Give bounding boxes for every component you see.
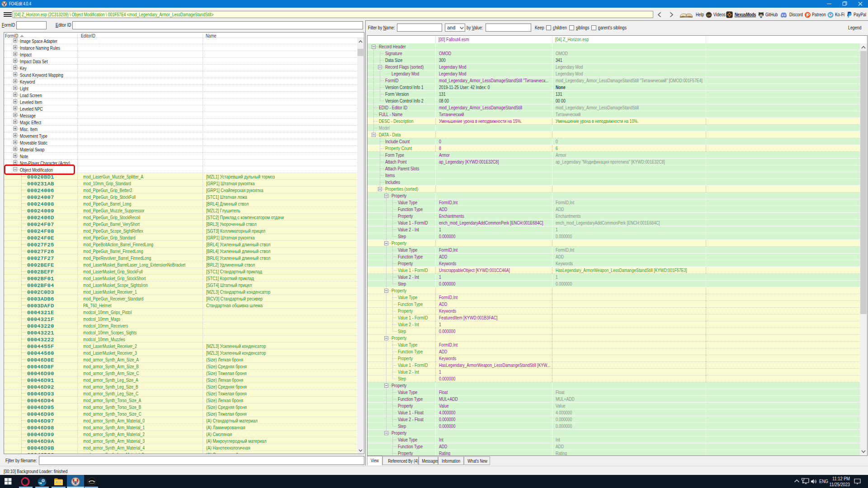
svg-text:GP: GP (707, 14, 711, 17)
